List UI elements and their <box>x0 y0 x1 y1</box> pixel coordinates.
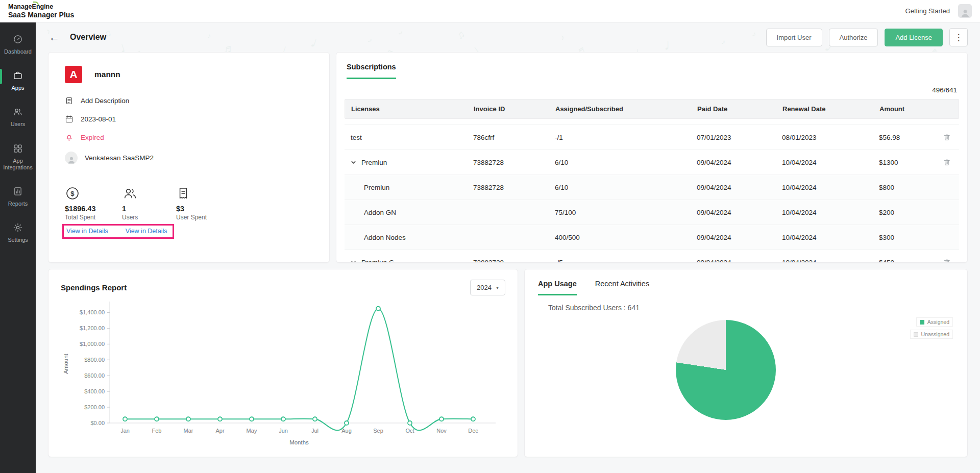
apps-icon <box>13 70 23 81</box>
sidebar-item-label: Reports <box>8 201 28 207</box>
paid-date-cell: 09/04/2024 <box>691 209 776 216</box>
user-avatar[interactable] <box>958 4 972 18</box>
sidebar-item-label: Users <box>11 121 26 128</box>
stat-value: $1896.43 <box>65 205 122 213</box>
app-description-row[interactable]: Add Description <box>65 96 313 105</box>
app-overview-card: A mannn Add Description 2023-08-01 Expir… <box>48 52 330 263</box>
license-cell: test <box>345 134 467 141</box>
spendings-report-card: Spendings Report 2024 ▾ $0.00$200.00$400… <box>48 269 518 457</box>
calendar-icon <box>65 115 74 123</box>
paid-date-cell: 09/04/2024 <box>691 259 776 263</box>
amount-cell: $450 <box>873 259 935 263</box>
license-cell: Addon Nodes <box>345 234 467 241</box>
license-name: Addon Nodes <box>364 234 406 241</box>
app-status-row: Expired <box>65 133 313 142</box>
sidebar-item-reports[interactable]: Reports <box>0 179 36 215</box>
subscription-row-premiun: Premiun738827286/1009/04/202410/04/2024$… <box>345 150 959 175</box>
svg-text:Jul: Jul <box>311 428 318 434</box>
app-name: mannn <box>94 70 120 79</box>
subscription-row-addon-nodes: Addon Nodes400/50009/04/202410/04/2024$3… <box>345 225 959 250</box>
svg-text:Jan: Jan <box>120 428 130 434</box>
svg-text:Nov: Nov <box>436 428 447 434</box>
subscription-row-premiun-g: Premiun G73882728-/509/04/202410/04/2024… <box>345 250 959 262</box>
kebab-menu-button[interactable]: ⋮ <box>949 28 968 46</box>
reports-icon <box>13 186 23 196</box>
sidebar-item-app-integrations[interactable]: App Integrations <box>0 136 36 179</box>
subscriptions-table-body[interactable]: 61656bcf-/507/04/202308/04/2023$500.45te… <box>345 119 959 262</box>
assigned-subscribed-cell: 75/100 <box>549 209 691 216</box>
svg-text:Apr: Apr <box>215 428 224 434</box>
sidebar-nav: DashboardAppsUsersApp IntegrationsReport… <box>0 22 36 473</box>
delete-row-button[interactable] <box>943 258 951 262</box>
delete-row-button[interactable] <box>943 133 951 141</box>
dollar-circle-icon: $ <box>65 186 80 201</box>
license-cell: Addon GN <box>345 209 467 216</box>
brand-logo: ManageEngine SaaS Manager Plus <box>8 3 74 18</box>
renewal-date-cell: 10/04/2024 <box>776 159 873 166</box>
chevron-down-icon: ▾ <box>496 285 499 290</box>
page-title: Overview <box>70 33 106 42</box>
subscription-row-test: test786cfrf-/107/01/202308/01/2023$56.98 <box>345 125 959 150</box>
chevron-down-icon[interactable] <box>351 260 356 263</box>
amount-cell: $300 <box>873 234 935 241</box>
license-name: Addon GN <box>364 209 396 216</box>
receipt-icon <box>176 186 190 201</box>
getting-started-link[interactable]: Getting Started <box>905 7 950 15</box>
spendings-header: Spendings Report 2024 ▾ <box>61 280 505 295</box>
legend-swatch <box>914 332 918 337</box>
column-header-renewal-date: Renewal Date <box>776 99 873 118</box>
owner-avatar <box>65 152 78 164</box>
svg-text:$1,400.00: $1,400.00 <box>80 309 105 315</box>
spendings-chart: $0.00$200.00$400.00$600.00$800.00$1,000.… <box>61 297 506 452</box>
sidebar-item-settings[interactable]: Settings <box>0 215 36 251</box>
subscription-counter: 496/641 <box>336 79 967 99</box>
amount-cell: $56.98 <box>873 134 935 141</box>
delete-row-button[interactable] <box>943 158 951 166</box>
svg-text:$800.00: $800.00 <box>84 357 105 363</box>
chevron-down-icon[interactable] <box>351 160 356 165</box>
stat-user-spent: $3 User Spent <box>176 186 233 221</box>
year-dropdown[interactable]: 2024 ▾ <box>470 280 505 295</box>
subscription-row: 61656bcf-/507/04/202308/04/2023$500.45 <box>345 119 959 125</box>
settings-icon <box>13 222 23 233</box>
stat-value: 1 <box>122 205 176 213</box>
svg-text:Jun: Jun <box>279 428 288 434</box>
paid-date-cell: 09/04/2024 <box>691 234 776 241</box>
column-header-actions <box>934 104 959 115</box>
svg-text:$400.00: $400.00 <box>84 388 105 394</box>
view-details-link-total-spent[interactable]: View in Details <box>66 228 108 235</box>
column-header-assigned-subscribed: Assigned/Subscribed <box>549 99 691 118</box>
license-name: test <box>351 134 362 141</box>
tab-recent-activities[interactable]: Recent Activities <box>595 280 649 295</box>
license-name: Premiun <box>364 184 389 191</box>
trash-icon <box>943 158 951 166</box>
sidebar-item-apps[interactable]: Apps <box>0 63 36 99</box>
license-name: Premiun G <box>361 259 395 263</box>
add-license-button[interactable]: Add License <box>885 29 943 46</box>
back-arrow-icon[interactable]: ← <box>49 31 60 43</box>
subscriptions-table: LicensesInvoice IDAssigned/SubscribedPai… <box>345 99 959 262</box>
tab-app-usage[interactable]: App Usage <box>538 280 577 295</box>
subscriptions-table-body-inner: 61656bcf-/507/04/202308/04/2023$500.45te… <box>345 119 959 262</box>
invoice-cell: 73882728 <box>467 259 549 263</box>
paid-date-cell: 09/04/2024 <box>691 184 776 191</box>
description-icon <box>65 96 74 105</box>
sidebar-item-dashboard[interactable]: Dashboard <box>0 27 36 63</box>
stat-value: $3 <box>176 205 233 213</box>
app-date-text: 2023-08-01 <box>81 115 116 123</box>
paid-date-cell: 07/01/2023 <box>691 134 776 141</box>
import-user-button[interactable]: Import User <box>766 29 822 46</box>
app-description-text: Add Description <box>81 97 129 105</box>
sidebar-item-users[interactable]: Users <box>0 99 36 135</box>
license-cell: Premiun G <box>345 259 467 263</box>
bell-icon <box>65 133 74 142</box>
tab-subscriptions[interactable]: Subscriptions <box>347 63 396 79</box>
topbar-right: Getting Started <box>905 4 972 18</box>
svg-text:Oct: Oct <box>405 428 414 434</box>
spendings-chart-wrap: $0.00$200.00$400.00$600.00$800.00$1,000.… <box>61 297 505 452</box>
total-subscribed-users: Total Subscribed Users : 641 <box>548 304 954 312</box>
legend-label: Assigned <box>927 319 949 325</box>
authorize-button[interactable]: Authorize <box>829 29 878 46</box>
view-details-link-users[interactable]: View in Details <box>126 228 167 235</box>
toolbar-actions: Import User Authorize Add License ⋮ <box>766 28 968 46</box>
